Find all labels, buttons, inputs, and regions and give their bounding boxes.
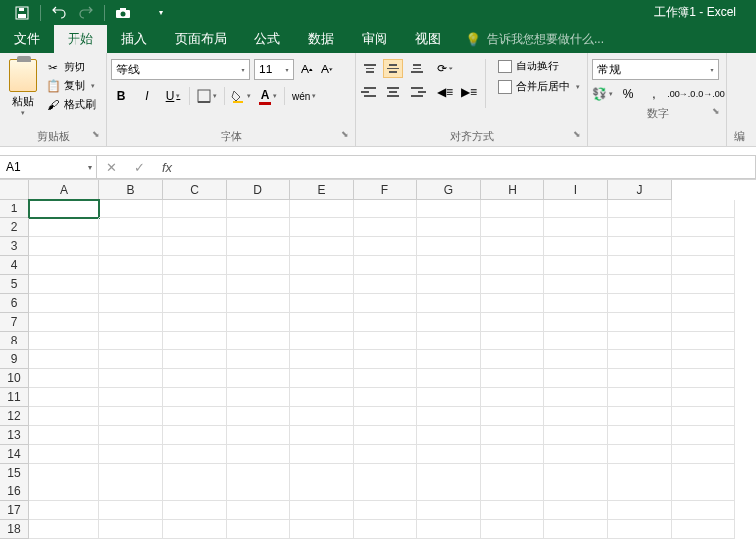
cell[interactable] bbox=[672, 275, 735, 294]
cell[interactable] bbox=[29, 426, 99, 445]
cell[interactable] bbox=[417, 218, 481, 237]
cell[interactable] bbox=[99, 445, 163, 464]
cell[interactable] bbox=[672, 294, 735, 313]
cell[interactable] bbox=[290, 237, 354, 256]
number-format-combo[interactable]: 常规▾ bbox=[592, 59, 719, 80]
cell[interactable] bbox=[163, 200, 227, 218]
cell[interactable] bbox=[544, 350, 608, 369]
column-header[interactable]: A bbox=[29, 180, 99, 200]
cell[interactable] bbox=[99, 237, 163, 256]
border-button[interactable] bbox=[196, 86, 218, 106]
cell[interactable] bbox=[163, 369, 227, 388]
column-header[interactable]: D bbox=[227, 180, 290, 200]
cell[interactable] bbox=[29, 256, 99, 275]
tab-review[interactable]: 审阅 bbox=[348, 25, 401, 53]
cell[interactable] bbox=[227, 275, 290, 294]
cell[interactable] bbox=[608, 218, 672, 237]
cell[interactable] bbox=[354, 482, 417, 501]
indent-decrease-button[interactable]: ◀≡ bbox=[435, 82, 455, 102]
cell[interactable] bbox=[481, 520, 544, 539]
cell[interactable] bbox=[227, 313, 290, 332]
cell[interactable] bbox=[608, 294, 672, 313]
align-center-button[interactable] bbox=[383, 82, 403, 102]
redo-button[interactable] bbox=[76, 3, 96, 23]
cell[interactable] bbox=[163, 407, 227, 426]
cell[interactable] bbox=[672, 369, 735, 388]
clipboard-launcher[interactable]: ⬊ bbox=[92, 129, 100, 139]
cell[interactable] bbox=[481, 388, 544, 407]
cell[interactable] bbox=[417, 482, 481, 501]
cell[interactable] bbox=[99, 313, 163, 332]
cell[interactable] bbox=[354, 218, 417, 237]
cell[interactable] bbox=[163, 350, 227, 369]
cell[interactable] bbox=[29, 200, 99, 218]
cell[interactable] bbox=[99, 501, 163, 520]
cell[interactable] bbox=[608, 482, 672, 501]
shrink-font-button[interactable]: A▾ bbox=[318, 60, 336, 79]
cell[interactable] bbox=[163, 388, 227, 407]
row-header[interactable]: 14 bbox=[0, 445, 29, 464]
cell[interactable] bbox=[354, 369, 417, 388]
cell[interactable] bbox=[163, 237, 227, 256]
cell[interactable] bbox=[99, 464, 163, 482]
cell[interactable] bbox=[290, 218, 354, 237]
cell[interactable] bbox=[227, 520, 290, 539]
column-header[interactable]: I bbox=[544, 180, 608, 200]
cell[interactable] bbox=[29, 407, 99, 426]
cell[interactable] bbox=[481, 369, 544, 388]
tell-me-search[interactable]: 💡 告诉我您想要做什么... bbox=[455, 25, 604, 53]
align-middle-button[interactable] bbox=[383, 59, 403, 78]
orientation-button[interactable]: ⟳ bbox=[435, 59, 455, 78]
cell[interactable] bbox=[544, 501, 608, 520]
formula-input[interactable] bbox=[181, 155, 756, 179]
cell[interactable] bbox=[417, 388, 481, 407]
cell[interactable] bbox=[163, 294, 227, 313]
cell[interactable] bbox=[672, 464, 735, 482]
percent-button[interactable]: % bbox=[618, 84, 638, 104]
cell[interactable] bbox=[354, 520, 417, 539]
tab-view[interactable]: 视图 bbox=[401, 25, 455, 53]
cell[interactable] bbox=[481, 332, 544, 350]
cell[interactable] bbox=[163, 501, 227, 520]
fill-color-button[interactable] bbox=[230, 86, 252, 106]
cell[interactable] bbox=[99, 275, 163, 294]
cancel-formula-button[interactable]: ✕ bbox=[97, 160, 125, 175]
tab-layout[interactable]: 页面布局 bbox=[161, 25, 240, 53]
number-launcher[interactable]: ⬊ bbox=[712, 106, 720, 116]
cell[interactable] bbox=[417, 445, 481, 464]
italic-button[interactable]: I bbox=[137, 86, 157, 106]
cell[interactable] bbox=[608, 426, 672, 445]
cell[interactable] bbox=[163, 464, 227, 482]
align-right-button[interactable] bbox=[407, 82, 427, 102]
row-header[interactable]: 11 bbox=[0, 388, 29, 407]
cell[interactable] bbox=[29, 332, 99, 350]
tab-home[interactable]: 开始 bbox=[54, 25, 107, 53]
cell[interactable] bbox=[99, 350, 163, 369]
save-button[interactable] bbox=[12, 3, 32, 23]
cell[interactable] bbox=[544, 369, 608, 388]
column-header[interactable]: F bbox=[354, 180, 417, 200]
cell[interactable] bbox=[354, 388, 417, 407]
cell[interactable] bbox=[608, 256, 672, 275]
cell[interactable] bbox=[227, 501, 290, 520]
cell[interactable] bbox=[290, 464, 354, 482]
row-header[interactable]: 12 bbox=[0, 407, 29, 426]
cell[interactable] bbox=[227, 332, 290, 350]
cell[interactable] bbox=[417, 426, 481, 445]
name-box[interactable]: A1▾ bbox=[0, 155, 97, 179]
qat-customize-button[interactable]: ▾ bbox=[151, 3, 171, 23]
cell[interactable] bbox=[227, 256, 290, 275]
cell[interactable] bbox=[163, 313, 227, 332]
cell[interactable] bbox=[417, 313, 481, 332]
cell[interactable] bbox=[29, 482, 99, 501]
cell[interactable] bbox=[354, 445, 417, 464]
undo-button[interactable] bbox=[49, 3, 69, 23]
cell[interactable] bbox=[481, 407, 544, 426]
cell[interactable] bbox=[227, 350, 290, 369]
cell[interactable] bbox=[354, 313, 417, 332]
cell[interactable] bbox=[481, 313, 544, 332]
cell[interactable] bbox=[544, 388, 608, 407]
cell[interactable] bbox=[29, 218, 99, 237]
camera-icon[interactable] bbox=[113, 3, 133, 23]
cell[interactable] bbox=[354, 426, 417, 445]
